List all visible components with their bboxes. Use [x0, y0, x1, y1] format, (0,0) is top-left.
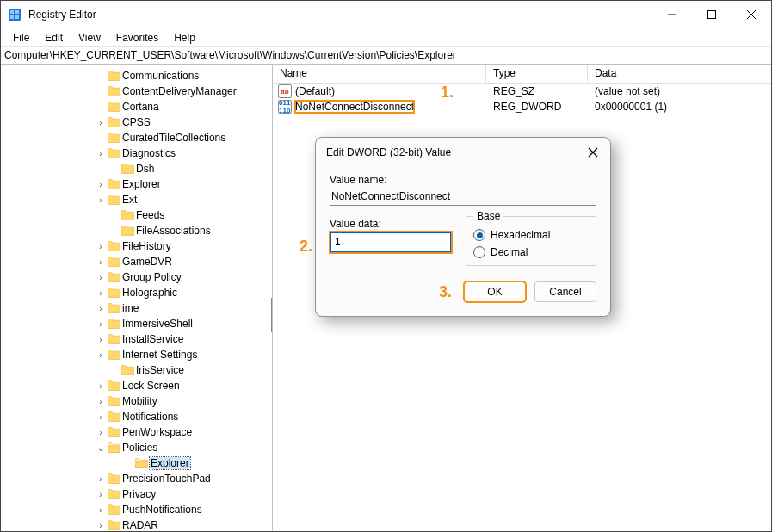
folder-icon — [107, 302, 120, 314]
folder-icon — [107, 380, 120, 392]
chevron-right-icon[interactable]: › — [95, 118, 107, 127]
menu-help[interactable]: Help — [167, 30, 202, 46]
tree-item[interactable]: Cortana — [1, 99, 272, 114]
values-header: Name Type Data — [273, 65, 771, 84]
tree-item-label: RADAR — [122, 519, 158, 531]
tree-item[interactable]: ⌄Policies — [1, 440, 272, 455]
tree-item[interactable]: ›CPSS — [1, 114, 272, 130]
tree-item[interactable]: IrisService — [1, 362, 272, 378]
tree-item-label: CPSS — [122, 116, 151, 128]
chevron-right-icon[interactable]: › — [95, 505, 107, 515]
tree-item[interactable]: ›Internet Settings — [1, 347, 272, 362]
value-row[interactable]: ab(Default)REG_SZ(value not set) — [273, 84, 771, 99]
maximize-button[interactable] — [692, 1, 732, 28]
value-name-field[interactable] — [330, 188, 596, 206]
chevron-right-icon[interactable]: › — [95, 490, 107, 499]
tree-item[interactable]: ›Mobility — [1, 393, 272, 409]
dialog-close-icon[interactable] — [586, 145, 600, 159]
tree-item[interactable]: ›InstallService — [1, 331, 272, 347]
tree-item[interactable]: Feeds — [1, 207, 272, 223]
chevron-right-icon[interactable]: › — [95, 195, 107, 205]
chevron-right-icon[interactable]: › — [95, 350, 107, 360]
cancel-button[interactable]: Cancel — [534, 281, 596, 302]
tree-item[interactable]: ›Lock Screen — [1, 378, 272, 393]
chevron-right-icon[interactable]: › — [95, 242, 107, 251]
tree-item[interactable]: Explorer — [1, 455, 272, 471]
value-name: (Default) — [295, 85, 335, 97]
tree-item[interactable]: ContentDeliveryManager — [1, 84, 272, 99]
value-data-label: Value data: — [330, 218, 452, 230]
folder-icon — [120, 163, 134, 175]
menu-file[interactable]: File — [6, 30, 36, 46]
chevron-right-icon[interactable]: › — [95, 273, 107, 282]
tree-item[interactable]: Dsh — [1, 161, 272, 176]
chevron-right-icon[interactable]: › — [95, 180, 107, 189]
folder-icon — [107, 178, 120, 190]
chevron-right-icon[interactable]: › — [95, 428, 107, 437]
folder-icon — [107, 488, 120, 500]
chevron-right-icon[interactable]: › — [95, 149, 107, 158]
chevron-right-icon[interactable]: › — [95, 412, 107, 422]
tree-item[interactable]: ›GameDVR — [1, 254, 272, 269]
chevron-right-icon[interactable]: › — [95, 257, 107, 267]
radio-decimal[interactable]: Decimal — [473, 246, 589, 258]
menu-view[interactable]: View — [71, 30, 108, 46]
tree-item[interactable]: ›Privacy — [1, 486, 272, 502]
tree-item[interactable]: ›Ext — [1, 192, 272, 207]
tree-item[interactable]: ›FileHistory — [1, 238, 272, 254]
col-type[interactable]: Type — [486, 65, 588, 83]
value-data-field[interactable] — [330, 232, 451, 252]
chevron-right-icon[interactable]: › — [95, 335, 107, 344]
folder-icon — [107, 349, 120, 361]
chevron-right-icon[interactable]: › — [95, 288, 107, 298]
tree-item[interactable]: ›Group Policy — [1, 269, 272, 285]
tree-item[interactable]: ›Diagnostics — [1, 145, 272, 161]
menu-edit[interactable]: Edit — [38, 30, 70, 46]
tree-item-label: Diagnostics — [122, 147, 176, 159]
tree-item[interactable]: Communications — [1, 68, 272, 84]
base-legend: Base — [473, 210, 503, 222]
radio-hexadecimal[interactable]: Hexadecimal — [473, 229, 589, 241]
value-name-label: Value name: — [330, 174, 596, 186]
tree-item[interactable]: FileAssociations — [1, 223, 272, 238]
tree-item-label: PrecisionTouchPad — [122, 473, 211, 485]
tree-item-label: Holographic — [122, 287, 177, 299]
minimize-button[interactable] — [652, 1, 692, 28]
col-data[interactable]: Data — [588, 65, 771, 83]
tree-item[interactable]: ›PrecisionTouchPad — [1, 471, 272, 486]
tree-item[interactable]: ›PushNotifications — [1, 502, 272, 517]
tree-item[interactable]: ›Explorer — [1, 176, 272, 192]
address-bar[interactable]: Computer\HKEY_CURRENT_USER\Software\Micr… — [1, 47, 771, 65]
chevron-right-icon[interactable]: › — [95, 319, 107, 329]
tree-item[interactable]: ›ImmersiveShell — [1, 316, 272, 331]
svg-rect-3 — [10, 15, 14, 19]
value-type: REG_DWORD — [486, 101, 588, 113]
reg-dword-icon: 011 110 — [278, 100, 292, 114]
value-row[interactable]: 011 110NoNetConnectDisconnectREG_DWORD0x… — [273, 99, 771, 114]
folder-icon — [107, 426, 120, 438]
tree-item[interactable]: ›ime — [1, 300, 272, 316]
tree-item[interactable]: ›PenWorkspace — [1, 424, 272, 440]
tree-item[interactable]: CuratedTileCollections — [1, 130, 272, 145]
tree-item[interactable]: ›RADAR — [1, 517, 272, 531]
menubar: File Edit View Favorites Help — [1, 28, 771, 47]
col-name[interactable]: Name — [273, 65, 486, 83]
folder-icon — [107, 85, 120, 97]
ok-button[interactable]: OK — [464, 281, 526, 302]
tree-item-label: Group Policy — [122, 271, 182, 283]
svg-rect-1 — [10, 10, 14, 14]
chevron-down-icon[interactable]: ⌄ — [95, 443, 107, 453]
chevron-right-icon[interactable]: › — [95, 381, 107, 391]
chevron-right-icon[interactable]: › — [95, 304, 107, 313]
chevron-right-icon[interactable]: › — [95, 474, 107, 484]
tree-item[interactable]: ›Holographic — [1, 285, 272, 300]
chevron-right-icon[interactable]: › — [95, 521, 107, 530]
menu-favorites[interactable]: Favorites — [109, 30, 165, 46]
dialog-title: Edit DWORD (32-bit) Value — [326, 146, 451, 158]
tree-item-label: InstallService — [122, 333, 183, 345]
tree-item[interactable]: ›Notifications — [1, 409, 272, 424]
tree-item-label: Mobility — [122, 395, 157, 407]
close-button[interactable] — [732, 1, 771, 28]
registry-tree[interactable]: CommunicationsContentDeliveryManagerCort… — [1, 65, 273, 531]
chevron-right-icon[interactable]: › — [95, 397, 107, 406]
